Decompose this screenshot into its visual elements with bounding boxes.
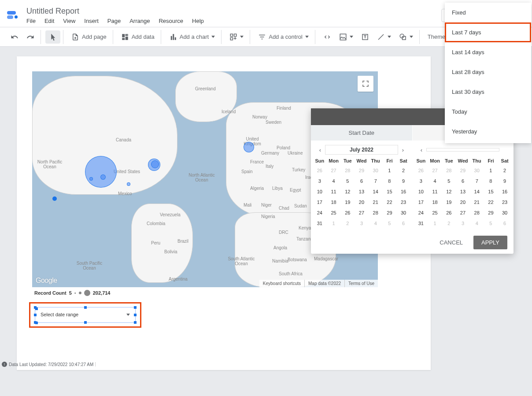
preset-last-30-days[interactable]: Last 30 days — [445, 82, 531, 102]
calendar-day[interactable]: 23 — [396, 197, 410, 207]
apply-button[interactable]: APPLY — [473, 236, 507, 249]
url-embed-button[interactable] — [320, 30, 335, 44]
doc-title[interactable]: Untitled Report — [26, 7, 441, 16]
menu-file[interactable]: File — [26, 18, 36, 24]
calendar-day[interactable]: 30 — [369, 165, 383, 176]
fullscreen-button[interactable] — [358, 76, 373, 92]
calendar-day[interactable]: 13 — [456, 186, 470, 197]
calendar-day[interactable]: 10 — [313, 186, 327, 197]
line-button[interactable] — [373, 30, 395, 44]
calendar-day[interactable]: 29 — [456, 165, 470, 176]
calendar-day[interactable]: 12 — [340, 186, 355, 197]
calendar-day[interactable]: 2 — [396, 165, 410, 176]
calendar-day[interactable]: 16 — [396, 186, 410, 197]
calendar-day[interactable]: 18 — [327, 197, 341, 207]
calendar-day[interactable]: 5 — [383, 218, 397, 229]
calendar-day[interactable]: 4 — [327, 176, 341, 186]
calendar-day[interactable]: 13 — [355, 186, 369, 197]
calendar-day[interactable]: 4 — [470, 218, 484, 229]
calendar-day[interactable]: 28 — [442, 165, 456, 176]
calendar-day[interactable]: 8 — [484, 176, 498, 186]
preset-last-14-days[interactable]: Last 14 days — [445, 42, 531, 62]
preset-today[interactable]: Today — [445, 102, 531, 122]
calendar-day[interactable]: 10 — [414, 186, 428, 197]
menu-page[interactable]: Page — [107, 18, 121, 24]
calendar-day[interactable]: 20 — [456, 197, 470, 207]
preset-fixed[interactable]: Fixed — [445, 3, 531, 22]
calendar-day[interactable]: 29 — [484, 207, 498, 218]
calendar-day[interactable]: 17 — [313, 197, 327, 207]
calendar-day[interactable]: 31 — [414, 218, 428, 229]
cancel-button[interactable]: CANCEL — [433, 236, 469, 249]
calendar-day[interactable]: 12 — [442, 186, 456, 197]
calendar-day[interactable]: 11 — [428, 186, 442, 197]
calendar-day[interactable]: 15 — [484, 186, 498, 197]
calendar-day[interactable]: 5 — [484, 218, 498, 229]
calendar-day[interactable]: 16 — [498, 186, 512, 197]
calendar-day[interactable]: 30 — [396, 207, 410, 218]
calendar-month-title[interactable]: July 2022 — [325, 145, 398, 155]
calendar-day[interactable]: 30 — [498, 207, 512, 218]
calendar-day[interactable]: 28 — [369, 207, 383, 218]
calendar-day[interactable]: 7 — [369, 176, 383, 186]
calendar-day[interactable]: 31 — [313, 218, 327, 229]
prev-month-button-2[interactable]: ‹ — [417, 145, 426, 155]
community-viz-button[interactable] — [226, 30, 247, 44]
calendar-day[interactable]: 21 — [470, 197, 484, 207]
next-month-button[interactable]: › — [398, 145, 408, 155]
calendar-day[interactable]: 19 — [442, 197, 456, 207]
calendar-day[interactable]: 8 — [383, 176, 397, 186]
calendar-day[interactable]: 14 — [470, 186, 484, 197]
preset-last-7-days[interactable]: Last 7 days — [445, 22, 531, 42]
calendar-day[interactable]: 5 — [340, 176, 355, 186]
calendar-day[interactable]: 2 — [340, 218, 355, 229]
calendar-day[interactable]: 27 — [428, 165, 442, 176]
calendar-day[interactable]: 27 — [355, 207, 369, 218]
calendar-day[interactable]: 28 — [340, 165, 355, 176]
calendar-day[interactable]: 28 — [470, 207, 484, 218]
keyboard-shortcuts-link[interactable]: Keyboard shortcuts — [259, 280, 304, 287]
add-chart-button[interactable]: Add a chart — [166, 30, 219, 44]
date-range-control[interactable]: Select date range — [35, 307, 136, 323]
add-control-button[interactable]: Add a control — [255, 30, 312, 44]
calendar-day[interactable]: 26 — [442, 207, 456, 218]
calendar-day[interactable]: 26 — [340, 207, 355, 218]
terms-link[interactable]: Terms of Use — [344, 280, 378, 287]
menu-resource[interactable]: Resource — [159, 18, 183, 24]
calendar-day[interactable]: 30 — [470, 165, 484, 176]
undo-button[interactable] — [7, 30, 22, 44]
calendar-day[interactable]: 5 — [442, 176, 456, 186]
calendar-day[interactable]: 3 — [456, 218, 470, 229]
calendar-day[interactable]: 19 — [340, 197, 355, 207]
preset-yesterday[interactable]: Yesterday — [445, 122, 531, 141]
text-button[interactable] — [358, 30, 373, 44]
calendar-day[interactable]: 29 — [383, 207, 397, 218]
menu-view[interactable]: View — [63, 18, 75, 24]
select-tool[interactable] — [45, 30, 60, 44]
calendar-day[interactable]: 22 — [383, 197, 397, 207]
calendar-day[interactable]: 1 — [327, 218, 341, 229]
calendar-day[interactable]: 3 — [355, 218, 369, 229]
start-date-tab[interactable]: Start Date — [311, 125, 412, 141]
calendar-day[interactable]: 15 — [383, 186, 397, 197]
calendar-day[interactable]: 6 — [396, 218, 410, 229]
calendar-day[interactable]: 23 — [498, 197, 512, 207]
redo-button[interactable] — [23, 30, 38, 44]
calendar-day[interactable]: 9 — [396, 176, 410, 186]
calendar-day[interactable]: 7 — [470, 176, 484, 186]
menu-arrange[interactable]: Arrange — [129, 18, 150, 24]
calendar-day[interactable]: 24 — [414, 207, 428, 218]
calendar-day[interactable]: 17 — [414, 197, 428, 207]
calendar-day[interactable]: 9 — [498, 176, 512, 186]
calendar-day[interactable]: 11 — [327, 186, 341, 197]
calendar-day[interactable]: 26 — [414, 165, 428, 176]
menu-insert[interactable]: Insert — [84, 18, 99, 24]
prev-month-button[interactable]: ‹ — [315, 145, 325, 155]
preset-last-28-days[interactable]: Last 28 days — [445, 62, 531, 82]
calendar-day[interactable]: 24 — [313, 207, 327, 218]
calendar-day[interactable]: 6 — [355, 176, 369, 186]
calendar-day[interactable]: 6 — [498, 218, 512, 229]
add-page-button[interactable]: Add page — [68, 30, 110, 44]
calendar-day[interactable]: 29 — [355, 165, 369, 176]
add-data-button[interactable]: Add data — [118, 30, 158, 44]
